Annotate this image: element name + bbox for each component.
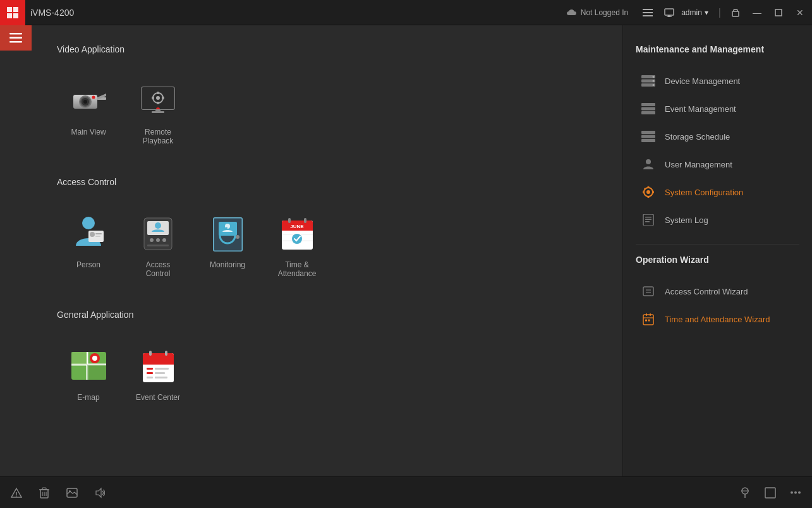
video-application-title: Video Application — [57, 44, 597, 59]
svg-rect-94 — [648, 186, 650, 188]
titlebar-right: Not Logged In admin ▾ | — [566, 3, 812, 22]
menu-btn[interactable] — [638, 3, 657, 22]
svg-point-43 — [162, 238, 166, 242]
emap-icon — [66, 344, 111, 388]
main-view-icon — [66, 78, 111, 123]
bottom-bar — [0, 476, 812, 508]
sidebar-toggle[interactable] — [0, 25, 32, 51]
separator: | — [718, 7, 721, 18]
svg-rect-1 — [13, 7, 18, 12]
svg-point-82 — [653, 76, 655, 78]
titlebar: iVMS-4200 Not Logged In admin ▾ — [0, 0, 812, 25]
svg-rect-77 — [147, 377, 153, 378]
system-configuration-item[interactable]: System Configuration — [636, 178, 799, 206]
svg-rect-14 — [9, 41, 22, 43]
event-management-icon — [641, 101, 656, 116]
svg-rect-90 — [641, 139, 655, 142]
emap-item[interactable]: E-map — [57, 337, 120, 408]
monitoring-icon — [205, 211, 250, 255]
time-attendance-icon: JUNE — [275, 211, 319, 255]
time-attendance-wizard-item[interactable]: Time and Attendance Wizard — [636, 305, 799, 333]
svg-point-84 — [653, 84, 655, 86]
time-attendance-label: Time & Attendance — [272, 260, 322, 278]
svg-rect-32 — [152, 111, 164, 113]
event-management-item[interactable]: Event Management — [636, 95, 799, 123]
svg-rect-29 — [162, 97, 164, 99]
system-log-item[interactable]: System Log — [636, 206, 799, 234]
person-label: Person — [76, 260, 100, 269]
access-control-label: Access Control — [133, 260, 183, 278]
event-center-item[interactable]: Event Center — [126, 337, 190, 408]
right-sidebar: Maintenance and Management Device Manage… — [622, 25, 812, 476]
close-btn[interactable]: ✕ — [791, 3, 809, 22]
svg-point-50 — [236, 235, 239, 239]
svg-point-128 — [791, 492, 793, 494]
pin-icon[interactable] — [736, 484, 754, 502]
trash-icon[interactable] — [35, 484, 53, 502]
time-attendance-item[interactable]: JUNE Time & Attendance — [265, 205, 329, 284]
svg-rect-76 — [155, 372, 165, 374]
device-management-icon — [641, 73, 656, 88]
warning-icon[interactable] — [8, 484, 25, 502]
event-center-label: Event Center — [136, 393, 180, 402]
audio-icon[interactable] — [91, 484, 109, 502]
close-icon: ✕ — [796, 8, 804, 18]
main-content: Video Application — [32, 25, 622, 476]
device-management-label: Device Management — [665, 76, 740, 86]
svg-rect-2 — [7, 13, 12, 18]
remote-playback-label: Remote Playback — [133, 128, 183, 145]
main-view-label: Main View — [71, 128, 106, 136]
monitoring-item[interactable]: Monitoring — [196, 205, 259, 284]
svg-rect-4 — [643, 9, 653, 10]
svg-point-59 — [292, 234, 302, 244]
event-management-label: Event Management — [665, 104, 736, 114]
app-icon — [0, 0, 25, 25]
system-configuration-label: System Configuration — [665, 188, 743, 197]
svg-point-92 — [646, 190, 650, 194]
user-management-label: User Management — [665, 160, 732, 169]
monitor-btn[interactable] — [660, 3, 679, 22]
image-icon[interactable] — [63, 484, 81, 502]
svg-rect-28 — [152, 97, 154, 99]
svg-rect-127 — [765, 488, 775, 498]
remote-playback-item[interactable]: Remote Playback — [126, 72, 190, 152]
general-application-title: General Application — [57, 310, 597, 325]
access-control-icon — [136, 211, 180, 255]
cloud-status-text: Not Logged In — [581, 8, 628, 17]
svg-rect-70 — [143, 361, 174, 365]
access-control-item[interactable]: Access Control — [126, 205, 190, 284]
access-control-wizard-icon — [641, 284, 656, 299]
svg-rect-88 — [641, 131, 655, 134]
storage-schedule-item[interactable]: Storage Schedule — [636, 123, 799, 150]
svg-rect-27 — [157, 102, 159, 104]
access-control-wizard-item[interactable]: Access Control Wizard — [636, 277, 799, 305]
time-attendance-wizard-label: Time and Attendance Wizard — [665, 315, 770, 324]
person-item[interactable]: Person — [57, 205, 120, 284]
more-icon[interactable] — [787, 484, 804, 502]
operation-wizard-title: Operation Wizard — [636, 255, 799, 265]
system-configuration-icon — [641, 184, 656, 200]
minimize-btn[interactable]: — — [748, 3, 767, 22]
admin-button[interactable]: admin ▾ — [681, 8, 708, 17]
system-log-label: System Log — [665, 215, 708, 225]
emap-label: E-map — [77, 393, 99, 402]
expand-icon[interactable] — [761, 484, 779, 502]
svg-rect-102 — [645, 221, 650, 222]
svg-rect-85 — [641, 103, 655, 106]
svg-rect-101 — [645, 219, 651, 221]
device-management-item[interactable]: Device Management — [636, 67, 799, 95]
maximize-btn[interactable] — [769, 3, 788, 22]
main-view-item[interactable]: Main View — [57, 72, 120, 152]
svg-rect-10 — [732, 11, 739, 16]
svg-rect-9 — [667, 16, 672, 17]
svg-rect-72 — [165, 351, 167, 356]
bottom-right-icons — [736, 484, 804, 502]
svg-rect-12 — [9, 33, 22, 35]
svg-rect-95 — [648, 196, 650, 198]
user-management-item[interactable]: User Management — [636, 150, 799, 178]
storage-schedule-icon — [641, 129, 656, 144]
svg-rect-7 — [665, 9, 674, 15]
lock-btn[interactable] — [726, 3, 745, 22]
svg-rect-96 — [643, 191, 645, 193]
svg-rect-108 — [650, 313, 651, 316]
